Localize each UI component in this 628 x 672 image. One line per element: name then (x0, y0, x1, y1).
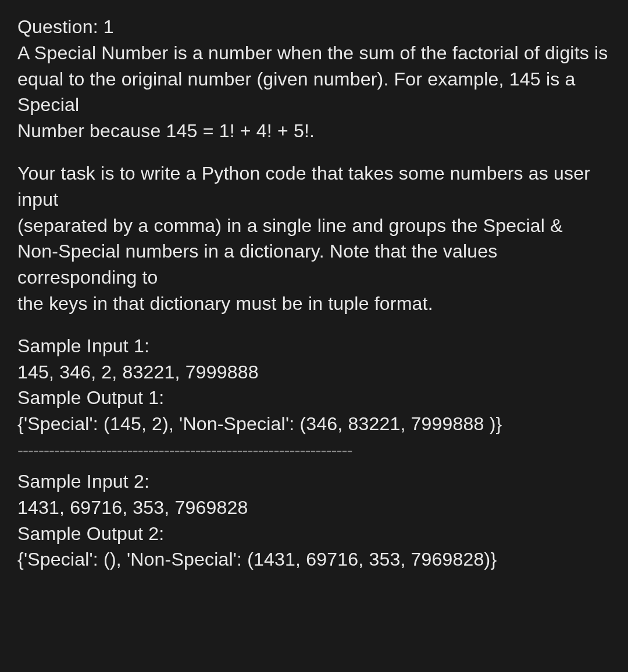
task-line: Non-Special numbers in a dictionary. Not… (17, 238, 611, 291)
question-definition-block: Question: 1 A Special Number is a number… (17, 14, 611, 144)
definition-line: equal to the original number (given numb… (17, 66, 611, 119)
sample-input-value: 1431, 69716, 353, 7969828 (17, 495, 611, 521)
sample-output-value: {'Special': (), 'Non-Special': (1431, 69… (17, 546, 611, 573)
question-task-block: Your task is to write a Python code that… (17, 160, 611, 317)
definition-line: Number because 145 = 1! + 4! + 5!. (17, 118, 611, 144)
task-line: (separated by a comma) in a single line … (17, 213, 611, 239)
sample-io-2: Sample Input 2: 1431, 69716, 353, 796982… (17, 469, 611, 573)
sample-input-value: 145, 346, 2, 83221, 7999888 (17, 359, 611, 385)
sample-io-1: Sample Input 1: 145, 346, 2, 83221, 7999… (17, 333, 611, 437)
sample-input-label: Sample Input 1: (17, 333, 611, 359)
section-divider: ----------------------------------------… (17, 438, 611, 463)
sample-output-label: Sample Output 2: (17, 521, 611, 547)
sample-output-label: Sample Output 1: (17, 385, 611, 411)
task-line: Your task is to write a Python code that… (17, 160, 611, 213)
question-content: Question: 1 A Special Number is a number… (17, 14, 611, 573)
task-line: the keys in that dictionary must be in t… (17, 291, 611, 317)
question-title: Question: 1 (17, 14, 611, 40)
sample-output-value: {'Special': (145, 2), 'Non-Special': (34… (17, 411, 611, 437)
sample-input-label: Sample Input 2: (17, 469, 611, 495)
definition-line: A Special Number is a number when the su… (17, 40, 611, 66)
